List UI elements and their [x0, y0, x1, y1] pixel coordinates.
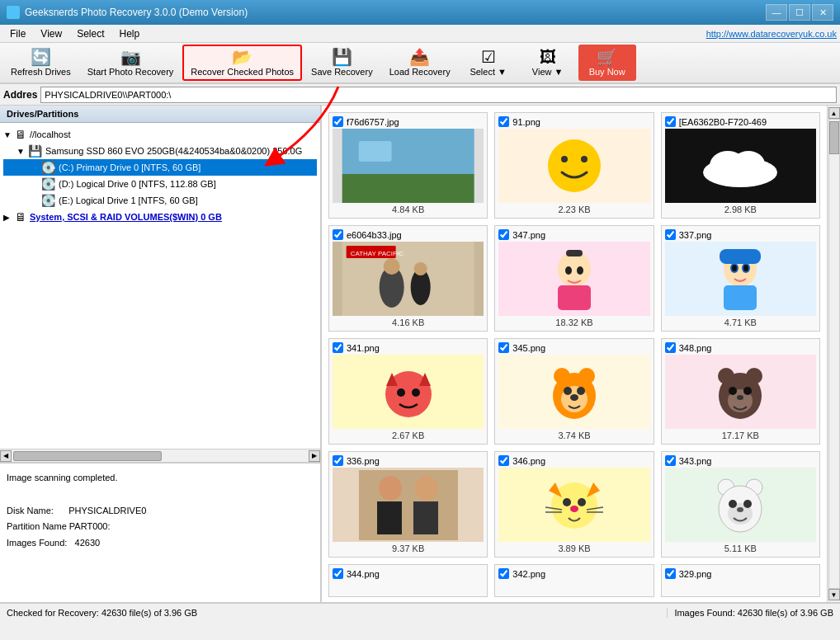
tree-node-localhost[interactable]: ▼ 🖥 //localhost — [3, 126, 317, 143]
photo-checkbox-6[interactable] — [333, 342, 343, 353]
photo-name-9: 336.png — [347, 456, 380, 466]
photo-checkbox-12[interactable] — [333, 568, 343, 579]
photo-name-3: e6064b33.jpg — [347, 230, 402, 240]
disk-name-row: Disk Name: PHYSICALDRIVE0 — [7, 503, 314, 520]
scroll-right-btn[interactable]: ▶ — [309, 450, 320, 462]
svg-rect-2 — [359, 141, 392, 162]
photo-checkbox-4[interactable] — [498, 229, 509, 240]
photo-header-9: 336.png — [333, 455, 484, 466]
svg-point-48 — [379, 476, 402, 501]
photo-thumb-4 — [498, 242, 649, 316]
drives-tree[interactable]: ▼ 🖥 //localhost ▼ 💾 Samsung SSD 860 EVO … — [0, 123, 320, 449]
photo-checkbox-13[interactable] — [498, 568, 509, 579]
menu-help[interactable]: Help — [113, 26, 147, 41]
address-bar: Addres — [0, 84, 840, 106]
scroll-left-btn[interactable]: ◀ — [0, 450, 12, 462]
load-recovery-label: Load Recovery — [389, 67, 451, 77]
view-label: View ▼ — [532, 67, 564, 77]
menu-view[interactable]: View — [34, 26, 68, 41]
photo-header-10: 346.png — [498, 455, 649, 466]
minimize-button[interactable]: — — [766, 4, 787, 21]
select-button[interactable]: ☑ Select ▼ — [460, 45, 517, 81]
load-recovery-button[interactable]: 📤 Load Recovery — [382, 45, 458, 81]
maximize-button[interactable]: ☐ — [789, 4, 810, 21]
tree-node-samsung[interactable]: ▼ 💾 Samsung SSD 860 EVO 250GB(4&240534ba… — [3, 143, 317, 159]
expand-icon-system[interactable]: ▶ — [3, 213, 13, 222]
photo-thumb-2 — [665, 129, 816, 203]
disk-name-label: Disk Name: — [7, 506, 54, 515]
scroll-thumb[interactable] — [829, 121, 839, 154]
photo-checkbox-14[interactable] — [665, 568, 676, 579]
hdd-icon: 💾 — [28, 144, 42, 158]
menu-file[interactable]: File — [3, 26, 32, 41]
scroll-down-btn[interactable]: ▼ — [828, 589, 840, 600]
v-scrollbar[interactable]: ▲ ▼ — [827, 106, 840, 602]
photo-header-5: 337.png — [665, 229, 816, 240]
h-scrollbar[interactable]: ◀ ▶ — [0, 449, 320, 462]
photo-checkbox-3[interactable] — [333, 229, 343, 240]
photo-name-14: 329.png — [679, 569, 712, 579]
svg-point-68 — [737, 507, 743, 512]
website-link[interactable]: http://www.datarecoveryuk.co.uk — [706, 29, 837, 39]
photo-checkbox-10[interactable] — [498, 455, 509, 466]
svg-point-66 — [729, 500, 737, 508]
e-drive-label: (E:) Logical Drive 1 [NTFS, 60 GB] — [59, 195, 198, 205]
view-icon: 🖼 — [540, 49, 556, 65]
photo-checkbox-5[interactable] — [665, 229, 676, 240]
app-icon — [7, 6, 20, 19]
h-scroll-thumb[interactable] — [13, 451, 162, 461]
photo-checkbox-2[interactable] — [665, 116, 676, 127]
tree-node-e-drive[interactable]: 💽 (E:) Logical Drive 1 [NTFS, 60 GB] — [3, 192, 317, 209]
svg-point-57 — [570, 506, 578, 512]
svg-point-45 — [743, 387, 752, 395]
menu-select[interactable]: Select — [70, 26, 111, 41]
close-button[interactable]: ✕ — [812, 4, 833, 21]
photo-item-7: 345.png 3.7 — [494, 338, 654, 445]
photo-checkbox-11[interactable] — [665, 455, 676, 466]
drive-icon-c: 💽 — [41, 161, 55, 174]
photo-checkbox-8[interactable] — [665, 342, 676, 353]
start-photo-recovery-button[interactable]: 📷 Start Photo Recovery — [80, 45, 182, 81]
system-volumes-label: System, SCSI & RAID VOLUMES($WIN) 0 GB — [30, 212, 222, 222]
photo-grid[interactable]: f76d6757.jpg 4.84 KB 9 — [322, 106, 827, 602]
right-panel: f76d6757.jpg 4.84 KB 9 — [322, 106, 827, 602]
photo-checkbox-9[interactable] — [333, 455, 343, 466]
svg-point-46 — [737, 395, 743, 400]
buy-now-label: Buy Now — [589, 67, 625, 77]
system-icon: 🖥 — [15, 210, 26, 224]
scroll-track[interactable] — [828, 119, 840, 589]
photo-item-11: 343.png 5.1 — [661, 451, 820, 558]
d-drive-label: (D:) Logical Drive 0 [NTFS, 112.88 GB] — [59, 179, 216, 189]
photo-thumb-7 — [498, 355, 649, 429]
photo-name-0: f76d6757.jpg — [347, 117, 399, 127]
photo-size-2: 2.98 KB — [724, 205, 757, 214]
tree-node-system-volumes[interactable]: ▶ 🖥 System, SCSI & RAID VOLUMES($WIN) 0 … — [3, 209, 317, 225]
svg-rect-27 — [720, 249, 761, 264]
window-controls: — ☐ ✕ — [766, 4, 833, 21]
photo-thumb-9 — [333, 468, 484, 542]
svg-point-32 — [412, 388, 420, 397]
view-button[interactable]: 🖼 View ▼ — [519, 45, 577, 81]
expand-icon-samsung[interactable]: ▼ — [17, 147, 26, 156]
refresh-drives-button[interactable]: 🔄 Refresh Drives — [3, 45, 78, 81]
drive-icon-d: 💽 — [41, 177, 55, 191]
photo-name-10: 346.png — [512, 456, 545, 466]
photo-checkbox-7[interactable] — [498, 342, 509, 353]
tree-node-c-drive[interactable]: 💽 (C:) Primary Drive 0 [NTFS, 60 GB] — [3, 159, 317, 176]
expand-icon[interactable]: ▼ — [3, 130, 13, 139]
title-bar-left: Geeksnerds Photo Recovery 3.0.0 (Demo Ve… — [7, 6, 248, 19]
status-bar: Checked for Recovery: 42630 file(s) of 3… — [0, 602, 840, 622]
photo-checkbox-1[interactable] — [498, 116, 509, 127]
start-recovery-label: Start Photo Recovery — [87, 67, 174, 77]
photo-item-13: 342.png — [494, 564, 654, 597]
photo-checkbox-0[interactable] — [333, 116, 343, 127]
address-input[interactable] — [40, 87, 837, 103]
photo-size-8: 17.17 KB — [722, 431, 759, 440]
save-recovery-button[interactable]: 💾 Save Recovery — [304, 45, 380, 81]
tree-node-d-drive[interactable]: 💽 (D:) Logical Drive 0 [NTFS, 112.88 GB] — [3, 176, 317, 192]
recover-checked-photos-button[interactable]: 📂 Recover Checked Photos — [182, 45, 302, 81]
scroll-up-btn[interactable]: ▲ — [828, 107, 840, 119]
photo-name-11: 343.png — [679, 456, 712, 466]
svg-rect-49 — [377, 501, 402, 534]
buy-now-button[interactable]: 🛒 Buy Now — [578, 45, 636, 81]
